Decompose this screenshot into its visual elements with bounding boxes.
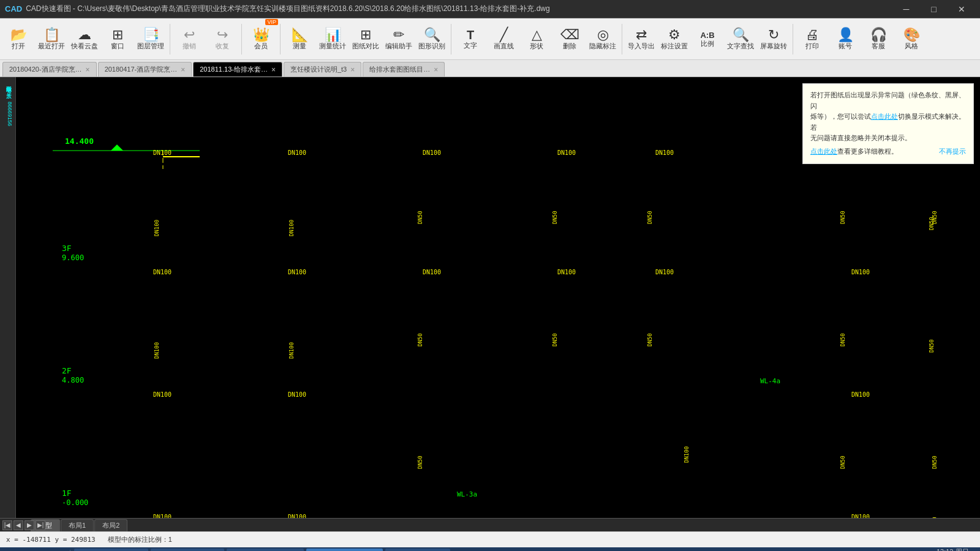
mark-setting-button[interactable]: ⚙ 标注设置 <box>658 20 690 58</box>
open-icon: 📂 <box>10 28 27 42</box>
measure-label: 测量 <box>293 43 306 50</box>
measure-button[interactable]: 📐 测量 <box>284 20 315 58</box>
tab-5-close[interactable]: × <box>434 66 438 74</box>
account-button[interactable]: 👤 账号 <box>829 20 861 58</box>
tab-4[interactable]: 烹饪楼设计说明_t3 × <box>284 62 361 77</box>
compare-label: 图纸对比 <box>352 43 379 50</box>
dn100-top-2: DN100 <box>288 149 306 156</box>
hidden-mark-icon: ◎ <box>597 28 609 42</box>
shape-button[interactable]: △ 形状 <box>521 20 552 58</box>
vip-icon: 👑 <box>253 28 270 42</box>
erase-button[interactable]: ⌫ 删除 <box>554 20 586 58</box>
taskbar-app-5[interactable]: 📱 我的Android手机 <box>385 549 450 551</box>
close-button[interactable]: ✕ <box>948 0 975 18</box>
tab-5[interactable]: 给排水套图图纸目… × <box>363 62 445 77</box>
recent-icon: 📋 <box>43 28 60 42</box>
cad-canvas[interactable]: 1000 1000 DN400 DN150 ON150 DN150 DN100 … <box>16 77 980 518</box>
undo-label: 撤销 <box>183 43 196 50</box>
task-view-button[interactable]: ⊟ <box>48 549 66 551</box>
cloud-button[interactable]: ☁ 快看云盘 <box>69 20 100 58</box>
taskbar-app-1[interactable]: 💬 我来问 - 广联达服… <box>74 549 148 551</box>
vip-badge: VIP <box>265 19 278 25</box>
ocr-button[interactable]: 🔍 图形识别 <box>416 20 448 58</box>
style-button[interactable]: 🎨 风格 <box>895 20 927 58</box>
cloud-icon: ☁ <box>78 28 91 42</box>
rotate-button[interactable]: ↻ 屏幕旋转 <box>758 20 790 58</box>
layout-nav-prev[interactable]: ◀ <box>13 520 23 530</box>
notification-dismiss[interactable]: 不再提示 <box>939 146 966 157</box>
tab-3-label: 201811.13-给排水套… <box>200 65 268 74</box>
undo-button[interactable]: ↩ 撤销 <box>173 20 205 58</box>
dn100-top-5: DN100 <box>655 149 674 156</box>
hidden-mark-button[interactable]: ◎ 隐藏标注 <box>587 20 619 58</box>
dn100-top-1: DN100 <box>153 149 172 156</box>
tab-3-close[interactable]: × <box>271 66 276 74</box>
dn100-3f-1: DN100 <box>153 269 172 276</box>
tab-1-close[interactable]: × <box>86 66 90 74</box>
layout-nav-last[interactable]: ▶| <box>36 520 45 530</box>
dn100-1f-3: DN100 <box>851 514 870 518</box>
tab-5-label: 给排水套图图纸目… <box>369 65 430 74</box>
sidebar-item-zoom[interactable]: 图纸缩放 <box>1 80 14 84</box>
minimize-button[interactable]: ─ <box>892 0 920 18</box>
text-button[interactable]: T 文字 <box>454 20 486 58</box>
start-button[interactable]: ⊞ <box>2 549 24 551</box>
editor-label: 编辑助手 <box>385 43 412 50</box>
layout-nav-first[interactable]: |◀ <box>2 520 12 530</box>
redo-button[interactable]: ↪ 收复 <box>206 20 238 58</box>
dn100-2f-1: DN100 <box>153 391 172 398</box>
line-button[interactable]: ╱ 画直线 <box>488 20 519 58</box>
dn50-3f-4: DN50 <box>840 333 846 347</box>
taskbar-app-3[interactable]: 📄 2018.6.20给排水图… <box>227 549 304 551</box>
vip-button[interactable]: 👑 会员 VIP <box>245 20 277 58</box>
maximize-button[interactable]: □ <box>920 0 948 18</box>
separator-2 <box>241 24 242 54</box>
ratio-button[interactable]: A:B 比例 <box>692 20 723 58</box>
taskbar-app-2[interactable]: 📐 广联达BIM安装计… <box>151 549 224 551</box>
measure-stat-button[interactable]: 📊 测量统计 <box>317 20 349 58</box>
tab-2[interactable]: 20180417-酒店学院烹… × <box>98 62 192 77</box>
layout-nav-next[interactable]: ▶ <box>24 520 34 530</box>
sidebar-item-number[interactable]: 86669156 <box>1 99 14 129</box>
compare-button[interactable]: ⊞ 图纸对比 <box>350 20 382 58</box>
service-button[interactable]: 🎧 客服 <box>862 20 894 58</box>
text-search-label: 文字查找 <box>727 43 754 50</box>
tray-time[interactable]: 13:12 周日 2021/4/18 <box>937 547 969 551</box>
separator-5 <box>622 24 622 54</box>
print-button[interactable]: 🖨 打印 <box>796 20 828 58</box>
rotate-icon: ↻ <box>768 28 779 42</box>
text-search-button[interactable]: 🔍 文字查找 <box>725 20 756 58</box>
open-button[interactable]: 📂 打开 <box>2 20 34 58</box>
dn100-3f-4: DN100 <box>557 269 576 276</box>
taskbar-app-4[interactable]: 📐 CAD快速看图 - C:\… <box>306 549 383 551</box>
tab-1[interactable]: 20180420-酒店学院烹… × <box>2 62 97 77</box>
recent-button[interactable]: 📋 最近打开 <box>36 20 67 58</box>
layout-tab-2[interactable]: 布局2 <box>94 519 127 531</box>
line-label: 画直线 <box>494 43 514 50</box>
window-button[interactable]: ⊞ 窗口 <box>102 20 134 58</box>
separator-4 <box>451 24 451 54</box>
tab-4-close[interactable]: × <box>350 66 355 74</box>
account-label: 账号 <box>839 43 852 50</box>
layers-button[interactable]: 📑 图层管理 <box>135 20 167 58</box>
coordinates: x = -148711 y = 249813 <box>6 536 96 544</box>
tab-2-close[interactable]: × <box>181 66 185 74</box>
ratio-label: 比例 <box>701 40 714 47</box>
tab-3[interactable]: 201811.13-给排水套… × <box>193 62 282 77</box>
floor-3f-label: 3F <box>62 244 72 253</box>
taskbar-right: ∧ 💬 🔋 📶 🔊 中 🛡 13:12 周日 2021/4/18 □ <box>846 547 978 551</box>
editor-button[interactable]: ✏ 编辑助手 <box>383 20 415 58</box>
layout-tab-1[interactable]: 布局1 <box>61 519 94 531</box>
wl-3a-label: WL-3a <box>457 490 477 498</box>
recent-label: 最近打开 <box>38 43 65 50</box>
ratio-icon: A:B <box>700 31 714 39</box>
dn100-top-3: DN100 <box>423 149 441 156</box>
sidebar-item-scale[interactable]: 放大56 <box>1 86 14 97</box>
notification-link-2[interactable]: 点击此处 <box>810 148 837 155</box>
import-export-button[interactable]: ⇄ 导入导出 <box>625 20 657 58</box>
dn100-v-2: DN100 <box>288 220 295 236</box>
search-button[interactable]: 🔍 <box>27 549 45 551</box>
status-bar: x = -148711 y = 249813 模型中的标注比例：1 <box>0 531 980 547</box>
dn100-v-right: DN100 <box>684 446 690 463</box>
notification-link-1[interactable]: 点击此处 <box>871 113 898 120</box>
